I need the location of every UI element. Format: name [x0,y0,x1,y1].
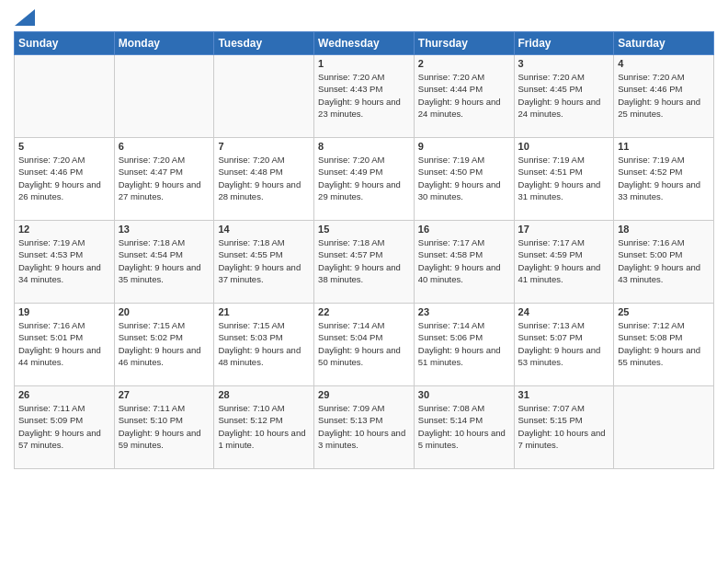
calendar-table: SundayMondayTuesdayWednesdayThursdayFrid… [14,31,714,469]
cell-info: Sunrise: 7:17 AM Sunset: 4:58 PM Dayligh… [418,236,510,285]
logo-icon [15,9,35,26]
day-header-friday: Friday [514,32,614,55]
cell-info: Sunrise: 7:20 AM Sunset: 4:48 PM Dayligh… [218,154,310,202]
day-number: 24 [518,306,610,317]
day-number: 22 [318,306,410,317]
calendar-cell: 3Sunrise: 7:20 AM Sunset: 4:45 PM Daylig… [514,55,614,138]
cell-info: Sunrise: 7:19 AM Sunset: 4:51 PM Dayligh… [518,154,610,202]
calendar-cell: 16Sunrise: 7:17 AM Sunset: 4:58 PM Dayli… [414,221,514,304]
day-number: 11 [618,141,710,152]
header [14,9,714,26]
calendar-cell: 6Sunrise: 7:20 AM Sunset: 4:47 PM Daylig… [114,138,214,221]
calendar-cell: 8Sunrise: 7:20 AM Sunset: 4:49 PM Daylig… [314,138,415,221]
day-number: 8 [318,141,410,152]
day-number: 26 [18,389,110,400]
day-number: 30 [418,389,510,400]
cell-info: Sunrise: 7:16 AM Sunset: 5:00 PM Dayligh… [618,236,710,285]
week-row-1: 1Sunrise: 7:20 AM Sunset: 4:43 PM Daylig… [15,55,714,138]
cell-info: Sunrise: 7:08 AM Sunset: 5:14 PM Dayligh… [418,402,510,451]
calendar-cell: 13Sunrise: 7:18 AM Sunset: 4:54 PM Dayli… [114,221,214,304]
calendar-cell [114,55,214,138]
day-header-saturday: Saturday [614,32,714,55]
cell-info: Sunrise: 7:19 AM Sunset: 4:52 PM Dayligh… [618,154,710,202]
week-row-4: 19Sunrise: 7:16 AM Sunset: 5:01 PM Dayli… [15,304,714,386]
day-number: 13 [119,224,210,235]
day-number: 10 [518,141,610,152]
week-row-3: 12Sunrise: 7:19 AM Sunset: 4:53 PM Dayli… [15,221,714,304]
calendar-cell: 14Sunrise: 7:18 AM Sunset: 4:55 PM Dayli… [214,221,314,304]
calendar-cell: 18Sunrise: 7:16 AM Sunset: 5:00 PM Dayli… [614,221,714,304]
day-number: 16 [418,224,510,235]
day-number: 3 [518,58,610,69]
cell-info: Sunrise: 7:12 AM Sunset: 5:08 PM Dayligh… [618,319,710,368]
calendar-cell: 26Sunrise: 7:11 AM Sunset: 5:09 PM Dayli… [15,386,115,469]
calendar-cell: 28Sunrise: 7:10 AM Sunset: 5:12 PM Dayli… [214,386,314,469]
day-number: 29 [318,389,410,400]
cell-info: Sunrise: 7:16 AM Sunset: 5:01 PM Dayligh… [18,319,110,368]
day-number: 20 [119,306,210,317]
calendar-cell: 22Sunrise: 7:14 AM Sunset: 5:04 PM Dayli… [314,304,415,386]
day-number: 12 [18,224,110,235]
cell-info: Sunrise: 7:10 AM Sunset: 5:12 PM Dayligh… [218,402,310,451]
day-number: 1 [318,58,410,69]
cell-info: Sunrise: 7:07 AM Sunset: 5:15 PM Dayligh… [518,402,610,451]
week-row-2: 5Sunrise: 7:20 AM Sunset: 4:46 PM Daylig… [15,138,714,221]
day-number: 7 [218,141,310,152]
calendar-cell: 10Sunrise: 7:19 AM Sunset: 4:51 PM Dayli… [514,138,614,221]
cell-info: Sunrise: 7:20 AM Sunset: 4:46 PM Dayligh… [18,154,110,202]
calendar-cell: 27Sunrise: 7:11 AM Sunset: 5:10 PM Dayli… [114,386,214,469]
day-number: 15 [318,224,410,235]
day-number: 23 [418,306,510,317]
cell-info: Sunrise: 7:20 AM Sunset: 4:49 PM Dayligh… [318,154,410,202]
calendar-cell: 2Sunrise: 7:20 AM Sunset: 4:44 PM Daylig… [414,55,514,138]
day-number: 5 [18,141,110,152]
day-header-tuesday: Tuesday [214,32,314,55]
calendar-cell: 17Sunrise: 7:17 AM Sunset: 4:59 PM Dayli… [514,221,614,304]
calendar-cell: 20Sunrise: 7:15 AM Sunset: 5:02 PM Dayli… [114,304,214,386]
calendar-cell: 4Sunrise: 7:20 AM Sunset: 4:46 PM Daylig… [614,55,714,138]
day-number: 6 [119,141,210,152]
calendar-cell: 29Sunrise: 7:09 AM Sunset: 5:13 PM Dayli… [314,386,415,469]
day-header-sunday: Sunday [15,32,115,55]
day-number: 28 [218,389,310,400]
cell-info: Sunrise: 7:19 AM Sunset: 4:50 PM Dayligh… [418,154,510,202]
logo [14,9,35,26]
cell-info: Sunrise: 7:09 AM Sunset: 5:13 PM Dayligh… [318,402,410,451]
calendar-cell: 12Sunrise: 7:19 AM Sunset: 4:53 PM Dayli… [15,221,115,304]
day-number: 31 [518,389,610,400]
calendar-cell [15,55,115,138]
cell-info: Sunrise: 7:18 AM Sunset: 4:54 PM Dayligh… [119,236,210,285]
calendar-cell: 31Sunrise: 7:07 AM Sunset: 5:15 PM Dayli… [514,386,614,469]
day-number: 27 [119,389,210,400]
cell-info: Sunrise: 7:18 AM Sunset: 4:57 PM Dayligh… [318,236,410,285]
cell-info: Sunrise: 7:19 AM Sunset: 4:53 PM Dayligh… [18,236,110,285]
cell-info: Sunrise: 7:20 AM Sunset: 4:46 PM Dayligh… [618,71,710,120]
cell-info: Sunrise: 7:20 AM Sunset: 4:45 PM Dayligh… [518,71,610,120]
day-number: 9 [418,141,510,152]
calendar-cell: 5Sunrise: 7:20 AM Sunset: 4:46 PM Daylig… [15,138,115,221]
cell-info: Sunrise: 7:20 AM Sunset: 4:47 PM Dayligh… [119,154,210,202]
cell-info: Sunrise: 7:13 AM Sunset: 5:07 PM Dayligh… [518,319,610,368]
cell-info: Sunrise: 7:20 AM Sunset: 4:44 PM Dayligh… [418,71,510,120]
cell-info: Sunrise: 7:11 AM Sunset: 5:09 PM Dayligh… [18,402,110,451]
cell-info: Sunrise: 7:11 AM Sunset: 5:10 PM Dayligh… [119,402,210,451]
day-number: 18 [618,224,710,235]
calendar-cell: 7Sunrise: 7:20 AM Sunset: 4:48 PM Daylig… [214,138,314,221]
page: SundayMondayTuesdayWednesdayThursdayFrid… [0,0,728,563]
calendar-cell [614,386,714,469]
day-number: 17 [518,224,610,235]
day-number: 4 [618,58,710,69]
calendar-cell: 15Sunrise: 7:18 AM Sunset: 4:57 PM Dayli… [314,221,415,304]
day-number: 21 [218,306,310,317]
header-row: SundayMondayTuesdayWednesdayThursdayFrid… [15,32,714,55]
day-header-thursday: Thursday [414,32,514,55]
day-header-monday: Monday [114,32,214,55]
calendar-cell: 1Sunrise: 7:20 AM Sunset: 4:43 PM Daylig… [314,55,415,138]
calendar-cell: 19Sunrise: 7:16 AM Sunset: 5:01 PM Dayli… [15,304,115,386]
cell-info: Sunrise: 7:20 AM Sunset: 4:43 PM Dayligh… [318,71,410,120]
cell-info: Sunrise: 7:14 AM Sunset: 5:04 PM Dayligh… [318,319,410,368]
calendar-cell: 25Sunrise: 7:12 AM Sunset: 5:08 PM Dayli… [614,304,714,386]
calendar-cell: 24Sunrise: 7:13 AM Sunset: 5:07 PM Dayli… [514,304,614,386]
day-number: 2 [418,58,510,69]
svg-marker-0 [15,9,35,26]
